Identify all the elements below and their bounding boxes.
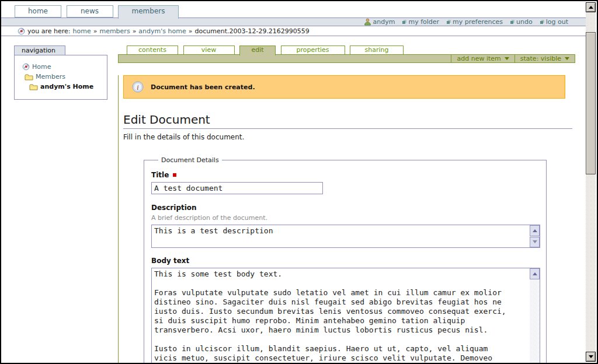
add-new-item-dropdown[interactable]: add new item (451, 55, 514, 62)
folder-icon (29, 83, 38, 90)
breadcrumb-current: document.2003-12-29.2162990559 (194, 27, 309, 35)
sidebar-item-label: Home (32, 63, 51, 71)
sidebar-item-label: andym's Home (40, 83, 93, 90)
folder-icon (25, 74, 33, 80)
textarea-scrollbar[interactable] (530, 225, 540, 247)
global-tabs: home news members (1, 1, 586, 18)
scroll-up-button[interactable] (530, 268, 540, 279)
required-indicator (173, 173, 176, 177)
description-label: Description (151, 204, 540, 212)
page-subtitle: Fill in the details of this document. (123, 133, 575, 141)
navigation-portlet-title: navigation (14, 46, 65, 55)
user-name: andym (373, 18, 395, 26)
tab-home[interactable]: home (15, 5, 61, 18)
body-text-field: This is some test body text. Foras vulpu… (151, 268, 540, 363)
scroll-down-button[interactable] (530, 237, 540, 248)
chevron-down-icon (565, 57, 569, 60)
breadcrumb-separator: » (133, 27, 137, 35)
site-globe-icon (18, 27, 25, 35)
body-text-label: Body text (151, 257, 540, 265)
scroll-down-button[interactable] (586, 352, 596, 362)
site-globe-icon (22, 63, 30, 71)
tab-properties[interactable]: properties (281, 46, 345, 55)
tab-members[interactable]: members (118, 5, 179, 19)
body-text-textarea[interactable]: This is some test body text. Foras vulpu… (152, 268, 530, 363)
document-details-fieldset: Document Details Title Description A bri… (144, 156, 547, 363)
scroll-up-button[interactable] (530, 225, 540, 236)
triangle-up-icon (533, 272, 537, 275)
fieldset-legend: Document Details (158, 156, 222, 164)
breadcrumb: you are here: home » members » andym's h… (1, 26, 586, 36)
tab-contents[interactable]: contents (127, 46, 178, 55)
square-bullet-icon (540, 20, 544, 24)
undo-link[interactable]: undo (510, 18, 533, 26)
svg-text:i: i (137, 83, 138, 92)
content-tabs: contents view edit properties sharing (118, 46, 575, 55)
breadcrumb-members[interactable]: members (99, 27, 130, 35)
triangle-up-icon (589, 6, 593, 9)
state-dropdown[interactable]: state: visible (514, 55, 575, 62)
textarea-scrollbar[interactable] (530, 268, 540, 363)
tab-sharing[interactable]: sharing (350, 46, 404, 55)
scroll-up-button[interactable] (586, 2, 596, 12)
status-message: i Document has been created. (123, 75, 565, 99)
triangle-down-icon (533, 240, 537, 243)
window-scrollbar[interactable] (586, 2, 596, 362)
breadcrumb-home[interactable]: home (73, 27, 91, 35)
triangle-up-icon (533, 229, 537, 232)
status-message-text: Document has been created. (151, 83, 255, 91)
sidebar-item-members[interactable]: Members (15, 72, 107, 82)
description-help: A brief description of the document. (151, 214, 540, 222)
document-content: i Document has been created. Edit Docume… (118, 75, 575, 363)
user-link[interactable]: andym (364, 18, 395, 26)
breadcrumb-separator: » (189, 27, 193, 35)
log-out-link[interactable]: log out (540, 18, 568, 26)
sidebar-item-label: Members (36, 73, 65, 80)
triangle-down-icon (589, 355, 593, 358)
sidebar-item-andyms-home[interactable]: andym's Home (15, 82, 107, 92)
sidebar-item-home[interactable]: Home (15, 62, 107, 72)
description-field: This is a test description (151, 225, 540, 248)
main-area: navigation Home Members (1, 36, 586, 363)
tab-edit[interactable]: edit (239, 46, 276, 55)
content-actions-bar: add new item state: visible (118, 54, 575, 63)
square-bullet-icon (402, 20, 406, 24)
description-textarea[interactable]: This is a test description (152, 225, 530, 247)
browser-page: home news members andym my folder (0, 0, 598, 364)
breadcrumb-separator: » (93, 27, 98, 35)
viewport: home news members andym my folder (1, 1, 586, 363)
title-label: Title (151, 171, 540, 179)
content-column: contents view edit properties sharing ad… (118, 36, 575, 363)
chevron-down-icon (505, 57, 509, 60)
square-bullet-icon (447, 20, 451, 24)
breadcrumb-andyms-home[interactable]: andym's home (138, 27, 186, 35)
info-icon: i (132, 81, 144, 93)
tab-news[interactable]: news (67, 5, 113, 18)
square-bullet-icon (510, 20, 514, 24)
my-preferences-link[interactable]: my preferences (447, 18, 503, 26)
my-folder-link[interactable]: my folder (402, 18, 439, 26)
user-icon (364, 18, 371, 26)
scrollbar-thumb[interactable] (586, 32, 596, 174)
personal-bar: andym my folder my preferences undo (1, 18, 586, 26)
tab-view[interactable]: view (183, 46, 235, 55)
breadcrumb-prefix: you are here: (27, 27, 71, 35)
navigation-portlet: navigation Home Members (14, 46, 107, 100)
title-input[interactable] (151, 182, 323, 194)
navigation-tree: Home Members andym's Home (14, 55, 107, 100)
page-title: Edit Document (123, 113, 572, 129)
